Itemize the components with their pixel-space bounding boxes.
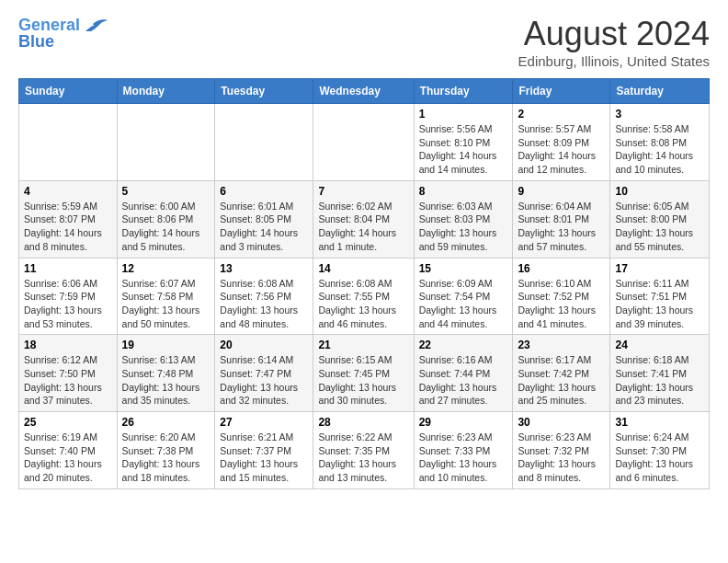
day-info: Sunrise: 6:02 AM Sunset: 8:04 PM Dayligh… [318,200,408,254]
day-number: 1 [419,108,508,121]
day-info: Sunrise: 6:14 AM Sunset: 7:47 PM Dayligh… [220,353,308,408]
calendar-cell: 13Sunrise: 6:08 AM Sunset: 7:56 PM Dayli… [215,258,313,335]
day-number: 3 [615,108,704,121]
calendar-cell: 1Sunrise: 5:56 AM Sunset: 8:10 PM Daylig… [414,104,513,181]
calendar-cell: 19Sunrise: 6:13 AM Sunset: 7:48 PM Dayli… [117,335,215,412]
calendar-cell [19,104,118,181]
day-number: 22 [419,339,508,351]
day-number: 26 [122,416,210,429]
day-number: 2 [518,108,605,121]
day-number: 28 [318,416,408,429]
weekday-header-tuesday: Tuesday [215,79,313,104]
day-number: 24 [615,339,704,351]
day-number: 20 [220,339,308,351]
day-info: Sunrise: 6:13 AM Sunset: 7:48 PM Dayligh… [122,353,210,408]
day-info: Sunrise: 6:15 AM Sunset: 7:45 PM Dayligh… [318,353,408,408]
day-info: Sunrise: 6:16 AM Sunset: 7:44 PM Dayligh… [419,353,508,408]
calendar-cell: 12Sunrise: 6:07 AM Sunset: 7:58 PM Dayli… [117,258,215,335]
calendar-cell: 26Sunrise: 6:20 AM Sunset: 7:38 PM Dayli… [117,412,215,489]
calendar-cell: 18Sunrise: 6:12 AM Sunset: 7:50 PM Dayli… [19,335,118,412]
calendar-cell: 7Sunrise: 6:02 AM Sunset: 8:04 PM Daylig… [313,180,414,258]
day-number: 13 [220,262,308,275]
calendar-week-row: 25Sunrise: 6:19 AM Sunset: 7:40 PM Dayli… [19,412,710,489]
day-number: 27 [220,416,308,429]
calendar-cell: 25Sunrise: 6:19 AM Sunset: 7:40 PM Dayli… [19,412,118,489]
logo: General Blue [18,15,108,52]
calendar-cell: 9Sunrise: 6:04 AM Sunset: 8:01 PM Daylig… [513,180,610,258]
day-number: 5 [122,185,210,198]
calendar-cell: 29Sunrise: 6:23 AM Sunset: 7:33 PM Dayli… [414,412,513,489]
logo-bird-icon [82,15,108,37]
day-number: 21 [318,339,408,351]
day-info: Sunrise: 6:11 AM Sunset: 7:51 PM Dayligh… [615,277,704,331]
day-info: Sunrise: 5:59 AM Sunset: 8:07 PM Dayligh… [24,200,112,254]
title-area: August 2024 Edinburg, Illinois, United S… [518,15,710,69]
day-info: Sunrise: 6:18 AM Sunset: 7:41 PM Dayligh… [615,353,704,408]
day-info: Sunrise: 6:23 AM Sunset: 7:32 PM Dayligh… [518,431,605,485]
calendar-cell [313,104,414,181]
weekday-header-wednesday: Wednesday [313,79,414,104]
day-number: 12 [122,262,210,275]
calendar-week-row: 1Sunrise: 5:56 AM Sunset: 8:10 PM Daylig… [19,104,710,181]
calendar-cell: 22Sunrise: 6:16 AM Sunset: 7:44 PM Dayli… [414,335,513,412]
day-info: Sunrise: 6:09 AM Sunset: 7:54 PM Dayligh… [419,277,508,331]
calendar-cell: 14Sunrise: 6:08 AM Sunset: 7:55 PM Dayli… [313,258,414,335]
calendar-table: SundayMondayTuesdayWednesdayThursdayFrid… [18,78,710,489]
calendar-cell [215,104,313,181]
day-info: Sunrise: 6:12 AM Sunset: 7:50 PM Dayligh… [24,353,112,408]
calendar-cell: 15Sunrise: 6:09 AM Sunset: 7:54 PM Dayli… [414,258,513,335]
calendar-cell: 8Sunrise: 6:03 AM Sunset: 8:03 PM Daylig… [414,180,513,258]
calendar-cell [117,104,215,181]
calendar-cell: 27Sunrise: 6:21 AM Sunset: 7:37 PM Dayli… [215,412,313,489]
day-info: Sunrise: 6:19 AM Sunset: 7:40 PM Dayligh… [24,431,112,485]
calendar-cell: 5Sunrise: 6:00 AM Sunset: 8:06 PM Daylig… [117,180,215,258]
day-info: Sunrise: 6:07 AM Sunset: 7:58 PM Dayligh… [122,277,210,331]
day-info: Sunrise: 6:04 AM Sunset: 8:01 PM Dayligh… [518,200,605,254]
day-info: Sunrise: 6:06 AM Sunset: 7:59 PM Dayligh… [24,277,112,331]
calendar-cell: 28Sunrise: 6:22 AM Sunset: 7:35 PM Dayli… [313,412,414,489]
day-number: 8 [419,185,508,198]
calendar-cell: 21Sunrise: 6:15 AM Sunset: 7:45 PM Dayli… [313,335,414,412]
day-info: Sunrise: 6:10 AM Sunset: 7:52 PM Dayligh… [518,277,605,331]
calendar-week-row: 11Sunrise: 6:06 AM Sunset: 7:59 PM Dayli… [19,258,710,335]
day-number: 9 [518,185,605,198]
day-info: Sunrise: 6:17 AM Sunset: 7:42 PM Dayligh… [518,353,605,408]
weekday-header-friday: Friday [513,79,610,104]
calendar-cell: 11Sunrise: 6:06 AM Sunset: 7:59 PM Dayli… [19,258,118,335]
calendar-cell: 30Sunrise: 6:23 AM Sunset: 7:32 PM Dayli… [513,412,610,489]
calendar-cell: 17Sunrise: 6:11 AM Sunset: 7:51 PM Dayli… [610,258,710,335]
calendar-cell: 10Sunrise: 6:05 AM Sunset: 8:00 PM Dayli… [610,180,710,258]
day-number: 11 [24,262,112,275]
main-title: August 2024 [518,15,710,53]
day-number: 14 [318,262,408,275]
calendar-cell: 16Sunrise: 6:10 AM Sunset: 7:52 PM Dayli… [513,258,610,335]
day-info: Sunrise: 6:22 AM Sunset: 7:35 PM Dayligh… [318,431,408,485]
weekday-header-sunday: Sunday [19,79,118,104]
day-number: 10 [615,185,704,198]
day-number: 29 [419,416,508,429]
weekday-header-row: SundayMondayTuesdayWednesdayThursdayFrid… [19,79,710,104]
calendar-cell: 23Sunrise: 6:17 AM Sunset: 7:42 PM Dayli… [513,335,610,412]
subtitle: Edinburg, Illinois, United States [518,53,710,69]
calendar-cell: 24Sunrise: 6:18 AM Sunset: 7:41 PM Dayli… [610,335,710,412]
calendar-cell: 31Sunrise: 6:24 AM Sunset: 7:30 PM Dayli… [610,412,710,489]
day-info: Sunrise: 6:21 AM Sunset: 7:37 PM Dayligh… [220,431,308,485]
day-number: 19 [122,339,210,351]
day-info: Sunrise: 6:03 AM Sunset: 8:03 PM Dayligh… [419,200,508,254]
day-number: 17 [615,262,704,275]
day-number: 4 [24,185,112,198]
day-number: 16 [518,262,605,275]
day-info: Sunrise: 6:01 AM Sunset: 8:05 PM Dayligh… [220,200,308,254]
day-info: Sunrise: 6:05 AM Sunset: 8:00 PM Dayligh… [615,200,704,254]
day-number: 7 [318,185,408,198]
day-info: Sunrise: 6:08 AM Sunset: 7:56 PM Dayligh… [220,277,308,331]
day-info: Sunrise: 5:57 AM Sunset: 8:09 PM Dayligh… [518,122,605,177]
day-info: Sunrise: 6:08 AM Sunset: 7:55 PM Dayligh… [318,277,408,331]
calendar-cell: 4Sunrise: 5:59 AM Sunset: 8:07 PM Daylig… [19,180,118,258]
calendar-cell: 3Sunrise: 5:58 AM Sunset: 8:08 PM Daylig… [610,104,710,181]
day-number: 18 [24,339,112,351]
calendar-week-row: 18Sunrise: 6:12 AM Sunset: 7:50 PM Dayli… [19,335,710,412]
calendar-cell: 2Sunrise: 5:57 AM Sunset: 8:09 PM Daylig… [513,104,610,181]
day-number: 31 [615,416,704,429]
day-info: Sunrise: 6:00 AM Sunset: 8:06 PM Dayligh… [122,200,210,254]
